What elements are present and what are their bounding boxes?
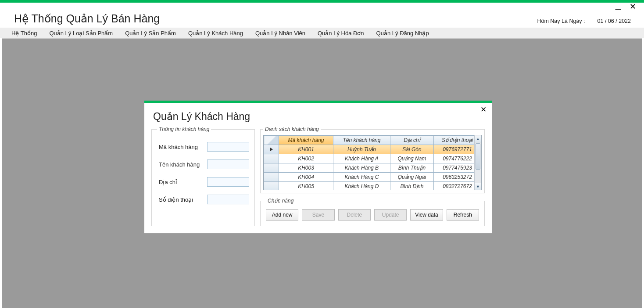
cell-ten[interactable]: Huỳnh Tuấn xyxy=(333,145,390,154)
info-legend: Thông tin khách hàng xyxy=(157,126,211,132)
cell-ten[interactable]: Khách Hàng C xyxy=(333,173,390,182)
table-row[interactable]: KH002 Khách Hàng A Quảng Nam 0974776222 xyxy=(264,154,481,163)
input-ma[interactable] xyxy=(207,142,249,152)
row-header[interactable] xyxy=(264,163,279,173)
menu-customer[interactable]: Quản Lý Khách Hàng xyxy=(182,29,249,38)
window-titlebar: _ ✕ xyxy=(0,3,644,12)
label-sdt: Số điện thoại xyxy=(159,196,193,203)
row-pointer-icon xyxy=(270,148,273,151)
refresh-button[interactable]: Refresh xyxy=(447,209,479,221)
table-row[interactable]: KH003 Khách Hàng B Bình Thuận 0977475923 xyxy=(264,163,481,173)
save-button: Save xyxy=(302,209,334,221)
cell-diachi[interactable]: Sài Gòn xyxy=(390,145,433,154)
cell-ten[interactable]: Khách Hàng A xyxy=(333,154,390,163)
cell-diachi[interactable]: Quảng Ngãi xyxy=(390,173,433,182)
cell-ma[interactable]: KH003 xyxy=(279,163,333,173)
update-button: Update xyxy=(374,209,407,221)
customer-info-group: Thông tin khách hàng Mã khách hàng Tên k… xyxy=(151,126,255,226)
grid-scrollbar[interactable]: ▲ ▼ xyxy=(474,135,481,190)
label-ma: Mã khách hàng xyxy=(159,144,198,150)
cell-diachi[interactable]: Bình Định xyxy=(390,182,433,191)
col-diachi[interactable]: Địa chỉ xyxy=(390,136,433,145)
cell-diachi[interactable]: Quảng Nam xyxy=(390,154,433,163)
customer-modal: ✕ Quản Lý Khách Hàng Thông tin khách hàn… xyxy=(144,100,492,234)
modal-title: Quản Lý Khách Hàng xyxy=(144,111,492,126)
scroll-up-icon[interactable]: ▲ xyxy=(475,135,481,142)
cell-ma[interactable]: KH004 xyxy=(279,173,333,182)
menu-login[interactable]: Quản Lý Đăng Nhập xyxy=(370,29,435,38)
col-ten[interactable]: Tên khách hàng xyxy=(333,136,390,145)
menu-product[interactable]: Quản Lý Sản Phẩm xyxy=(119,29,182,38)
row-header[interactable] xyxy=(264,145,279,154)
minimize-icon[interactable]: _ xyxy=(615,4,621,7)
scroll-thumb[interactable] xyxy=(476,143,480,170)
cell-ma[interactable]: KH002 xyxy=(279,154,333,163)
date-label: Hôm Nay Là Ngày : xyxy=(537,18,585,24)
add-button[interactable]: Add new xyxy=(266,209,298,221)
label-diachi: Địa chỉ xyxy=(159,179,177,185)
table-row[interactable]: KH004 Khách Hàng C Quảng Ngãi 0963253272 xyxy=(264,173,481,182)
date-value: 01 / 06 / 2022 xyxy=(597,18,631,24)
table-row[interactable]: KH005 Khách Hàng D Bình Định 0832727672 xyxy=(264,182,481,191)
cell-ten[interactable]: Khách Hàng B xyxy=(333,163,390,173)
label-ten: Tên khách hàng xyxy=(159,161,200,168)
cell-diachi[interactable]: Bình Thuận xyxy=(390,163,433,173)
row-header[interactable] xyxy=(264,182,279,191)
date-display: Hôm Nay Là Ngày : 01 / 06 / 2022 xyxy=(537,18,631,25)
menu-product-type[interactable]: Quản Lý Loại Sản Phẩm xyxy=(43,29,119,38)
mdi-client-area: ✕ Quản Lý Khách Hàng Thông tin khách hàn… xyxy=(2,38,642,308)
app-header: Hệ Thống Quản Lý Bán Hàng Hôm Nay Là Ngà… xyxy=(0,12,644,28)
close-icon[interactable]: ✕ xyxy=(630,3,636,11)
menubar: Hệ Thống Quản Lý Loại Sản Phẩm Quản Lý S… xyxy=(0,28,644,38)
view-button[interactable]: View data xyxy=(410,209,443,221)
input-diachi[interactable] xyxy=(207,177,249,187)
list-legend: Danh sách khách hàng xyxy=(263,126,321,132)
delete-button: Delete xyxy=(338,209,371,221)
func-legend: Chức năng xyxy=(266,198,295,204)
input-ten[interactable] xyxy=(207,159,249,169)
row-header[interactable] xyxy=(264,173,279,182)
row-header[interactable] xyxy=(264,154,279,163)
menu-system[interactable]: Hệ Thống xyxy=(5,29,43,38)
function-group: Chức năng Add new Save Delete Update Vie… xyxy=(260,198,485,226)
menu-staff[interactable]: Quản Lý Nhân Viên xyxy=(249,29,311,38)
table-row[interactable]: KH001 Huỳnh Tuấn Sài Gòn 0976972771 xyxy=(264,145,481,154)
menu-invoice[interactable]: Quản Lý Hóa Đơn xyxy=(311,29,370,38)
scroll-down-icon[interactable]: ▼ xyxy=(475,183,481,190)
modal-close-icon[interactable]: ✕ xyxy=(480,105,487,114)
col-ma[interactable]: Mã khách hàng xyxy=(279,136,333,145)
customer-list-group: Danh sách khách hàng Mã khách hàng Tên k… xyxy=(260,126,485,193)
grid-corner[interactable] xyxy=(264,136,279,145)
cell-ten[interactable]: Khách Hàng D xyxy=(333,182,390,191)
input-sdt[interactable] xyxy=(207,195,249,204)
customer-grid[interactable]: Mã khách hàng Tên khách hàng Địa chỉ Số … xyxy=(263,135,482,190)
cell-ma[interactable]: KH001 xyxy=(279,145,333,154)
cell-ma[interactable]: KH005 xyxy=(279,182,333,191)
app-title: Hệ Thống Quản Lý Bán Hàng xyxy=(14,12,160,25)
